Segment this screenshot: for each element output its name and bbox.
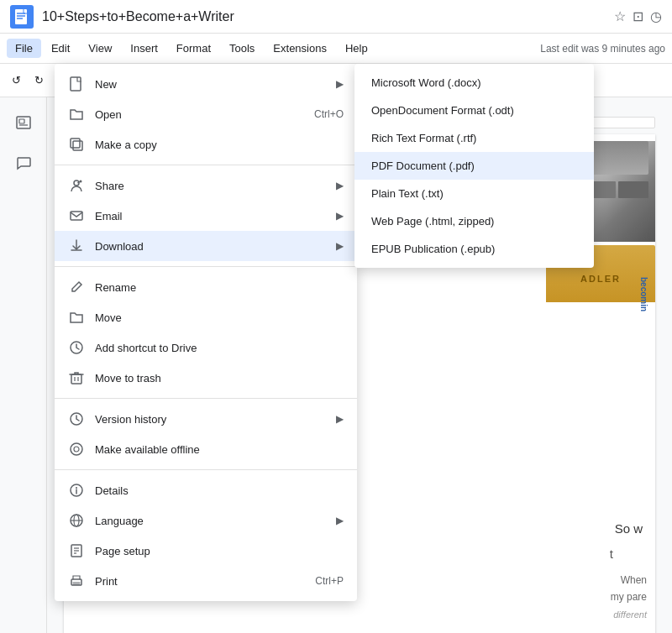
svg-rect-12 (71, 374, 81, 384)
doc-icon (10, 5, 34, 29)
details-icon (68, 482, 85, 499)
left-sidebar (0, 97, 47, 633)
cloud-icon[interactable]: ⊡ (633, 8, 643, 24)
download-docx[interactable]: Microsoft Word (.docx) (354, 69, 594, 97)
copy-icon (68, 136, 85, 153)
svg-point-17 (74, 447, 79, 452)
divider-2 (55, 266, 357, 267)
svg-rect-10 (71, 212, 82, 220)
download-rtf[interactable]: Rich Text Format (.rtf) (354, 124, 594, 152)
file-download-item[interactable]: Download ▶ (55, 231, 357, 261)
svg-rect-1 (17, 117, 30, 128)
file-details-item[interactable]: Details (55, 475, 357, 505)
download-txt[interactable]: Plain Text (.txt) (354, 180, 594, 207)
title-bar: 10+Steps+to+Become+a+Writer ☆ ⊡ ◷ (0, 0, 672, 34)
download-arrow-icon: ▶ (336, 240, 344, 252)
file-email-label: Email (95, 210, 326, 222)
sidebar-explore-icon[interactable] (8, 107, 39, 138)
file-pagesetup-label: Page setup (95, 545, 344, 557)
offline-icon (68, 441, 85, 458)
menu-format[interactable]: Format (168, 39, 219, 58)
download-rtf-label: Rich Text Format (.rtf) (371, 132, 476, 144)
file-menu-dropdown: New ▶ Open Ctrl+O Make a copy (55, 64, 357, 601)
download-pdf[interactable]: PDF Document (.pdf) (354, 152, 594, 180)
file-rename-label: Rename (95, 281, 344, 294)
divider-4 (55, 469, 357, 470)
sidebar-chat-icon[interactable] (8, 148, 39, 178)
title-icons: ☆ ⊡ ◷ (614, 8, 662, 24)
download-epub[interactable]: EPUB Publication (.epub) (354, 235, 594, 263)
history-icon[interactable]: ◷ (650, 8, 662, 24)
download-odt-label: OpenDocument Format (.odt) (371, 104, 514, 117)
file-language-item[interactable]: Language ▶ (55, 505, 357, 536)
file-move-item[interactable]: Move (55, 302, 357, 332)
download-html[interactable]: Web Page (.html, zipped) (354, 207, 594, 235)
file-open-item[interactable]: Open Ctrl+O (55, 99, 357, 129)
last-edit: Last edit was 9 minutes ago (540, 43, 665, 55)
menu-tools[interactable]: Tools (221, 39, 263, 58)
download-submenu: Microsoft Word (.docx) OpenDocument Form… (354, 64, 594, 268)
new-arrow-icon: ▶ (336, 78, 344, 90)
menu-view[interactable]: View (80, 39, 120, 58)
svg-rect-5 (73, 141, 82, 150)
print-icon (68, 573, 85, 589)
email-icon (68, 207, 85, 224)
file-offline-label: Make available offline (95, 443, 344, 456)
svg-rect-2 (19, 119, 24, 123)
file-rename-item[interactable]: Rename (55, 272, 357, 302)
menu-bar: File Edit View Insert Format Tools Exten… (0, 34, 672, 64)
trash-icon (68, 369, 85, 386)
file-copy-item[interactable]: Make a copy (55, 129, 357, 160)
file-shortcut-label: Add shortcut to Drive (95, 342, 344, 354)
file-trash-item[interactable]: Move to trash (55, 363, 357, 393)
download-epub-label: EPUB Publication (.epub) (371, 243, 495, 255)
download-pdf-label: PDF Document (.pdf) (371, 160, 475, 172)
star-icon[interactable]: ☆ (614, 8, 626, 24)
file-version-item[interactable]: Version history ▶ (55, 404, 357, 434)
language-icon (68, 512, 85, 529)
print-shortcut: Ctrl+P (315, 575, 344, 587)
share-arrow-icon: ▶ (336, 180, 344, 191)
email-arrow-icon: ▶ (336, 210, 344, 222)
menu-file[interactable]: File (7, 39, 41, 58)
file-version-label: Version history (95, 413, 326, 426)
svg-point-19 (76, 487, 77, 489)
divider-3 (55, 398, 357, 399)
undo-button[interactable]: ↺ (7, 71, 26, 90)
menu-insert[interactable]: Insert (122, 39, 166, 58)
file-move-label: Move (95, 311, 344, 324)
file-email-item[interactable]: Email ▶ (55, 201, 357, 231)
language-arrow-icon: ▶ (336, 515, 344, 526)
doc-title: 10+Steps+to+Become+a+Writer (42, 9, 606, 24)
file-new-item[interactable]: New ▶ (55, 69, 357, 99)
download-html-label: Web Page (.html, zipped) (371, 215, 494, 228)
svg-point-16 (71, 443, 82, 455)
file-pagesetup-item[interactable]: Page setup (55, 536, 357, 566)
file-print-label: Print (95, 575, 305, 588)
move-icon (68, 309, 85, 326)
file-offline-item[interactable]: Make available offline (55, 434, 357, 464)
svg-rect-4 (71, 77, 81, 91)
file-trash-label: Move to trash (95, 372, 344, 385)
file-language-label: Language (95, 515, 326, 527)
share-icon (68, 177, 85, 194)
file-new-label: New (95, 78, 326, 91)
file-shortcut-item[interactable]: Add shortcut to Drive (55, 332, 357, 363)
file-print-item[interactable]: Print Ctrl+P (55, 566, 357, 596)
file-download-label: Download (95, 240, 326, 253)
rename-icon (68, 279, 85, 296)
file-share-item[interactable]: Share ▶ (55, 170, 357, 201)
new-icon (68, 76, 85, 92)
menu-help[interactable]: Help (337, 39, 376, 58)
file-details-label: Details (95, 484, 344, 497)
divider-1 (55, 165, 357, 165)
redo-button[interactable]: ↻ (29, 71, 49, 90)
pagesetup-icon (68, 542, 85, 559)
menu-extensions[interactable]: Extensions (265, 39, 335, 58)
menu-edit[interactable]: Edit (43, 39, 78, 58)
svg-rect-0 (15, 9, 27, 24)
download-docx-label: Microsoft Word (.docx) (371, 76, 481, 89)
file-open-label: Open (95, 108, 304, 121)
download-odt[interactable]: OpenDocument Format (.odt) (354, 97, 594, 124)
open-shortcut: Ctrl+O (314, 108, 344, 120)
